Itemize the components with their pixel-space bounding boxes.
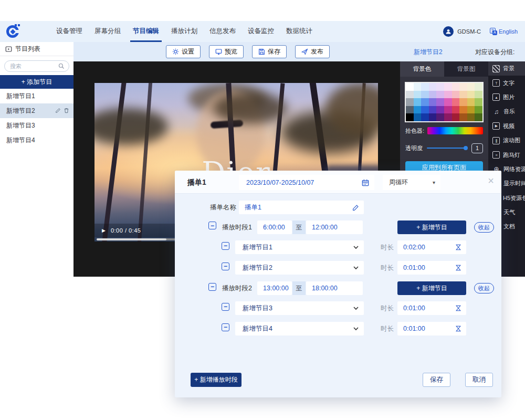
color-swatch[interactable]: [444, 98, 452, 106]
color-swatch[interactable]: [467, 83, 475, 91]
duration-input[interactable]: 0:01:00: [397, 301, 466, 315]
search-icon[interactable]: [58, 63, 65, 69]
sidebar-item-program-2[interactable]: 新增节目2: [0, 103, 74, 118]
color-swatch[interactable]: [406, 98, 414, 106]
date-range-input[interactable]: 2023/10/07-2025/10/07: [239, 175, 374, 190]
color-swatch[interactable]: [452, 106, 460, 114]
opacity-value[interactable]: 1: [471, 143, 483, 153]
remove-segment-icon[interactable]: −: [208, 283, 216, 291]
duration-input[interactable]: 0:01:00: [397, 322, 466, 335]
color-swatch[interactable]: [436, 91, 444, 99]
edit-icon[interactable]: [352, 204, 359, 211]
nav-item-playback-plan[interactable]: 播放计划: [169, 21, 200, 42]
color-swatch[interactable]: [467, 113, 475, 121]
add-program-button[interactable]: + 添加节目: [0, 75, 74, 89]
duration-input[interactable]: 0:02:00: [397, 240, 466, 254]
program-select[interactable]: 新增节目1: [235, 240, 364, 254]
color-swatch[interactable]: [429, 106, 437, 114]
tool-text[interactable]: T文字: [488, 76, 525, 90]
color-swatch[interactable]: [467, 106, 475, 114]
color-swatch[interactable]: [421, 113, 429, 121]
remove-segment-icon[interactable]: −: [208, 222, 216, 229]
end-time-input[interactable]: 18:00:00: [306, 281, 363, 295]
color-swatch[interactable]: [429, 98, 437, 106]
collapse-button[interactable]: 收起: [474, 283, 494, 293]
preview-button[interactable]: 预览: [209, 45, 244, 58]
color-swatch[interactable]: [414, 113, 422, 121]
program-select[interactable]: 新增节目3: [235, 301, 364, 315]
edit-icon[interactable]: [55, 108, 61, 113]
color-swatch[interactable]: [414, 106, 422, 114]
color-swatch[interactable]: [421, 98, 429, 106]
color-swatch[interactable]: [452, 83, 460, 91]
end-time-input[interactable]: 12:00:00: [306, 220, 363, 234]
nav-item-program-editor[interactable]: 节目编辑: [130, 21, 162, 42]
color-swatch[interactable]: [429, 91, 437, 99]
publish-button[interactable]: 发布: [295, 45, 330, 58]
color-swatch[interactable]: [436, 98, 444, 106]
color-swatch[interactable]: [459, 91, 467, 99]
program-select[interactable]: 新增节目2: [235, 261, 364, 275]
color-swatch[interactable]: [475, 106, 482, 114]
tool-video[interactable]: ▶视频: [488, 119, 525, 133]
settings-button[interactable]: 设置: [166, 45, 201, 58]
sidebar-item-program-1[interactable]: 新增节目1: [0, 89, 74, 103]
language-switch[interactable]: English: [490, 28, 518, 35]
color-swatch[interactable]: [406, 83, 414, 91]
color-swatch[interactable]: [459, 113, 467, 121]
tool-marquee[interactable]: ≡跑马灯: [488, 148, 525, 162]
opacity-slider[interactable]: [427, 148, 467, 149]
hue-gradient-bar[interactable]: [427, 127, 483, 134]
color-swatch[interactable]: [475, 98, 482, 106]
start-time-input[interactable]: 6:00:00: [257, 220, 292, 234]
color-swatch[interactable]: [406, 91, 414, 99]
start-time-input[interactable]: 13:00:00: [257, 281, 292, 295]
color-swatch[interactable]: [459, 98, 467, 106]
tool-scrolling-image[interactable]: |||滚动图: [488, 133, 525, 148]
nav-item-device-monitor[interactable]: 设备监控: [245, 21, 277, 42]
color-swatch[interactable]: [452, 98, 460, 106]
close-icon[interactable]: ×: [488, 175, 494, 187]
tab-background-image[interactable]: 背景图: [444, 61, 488, 77]
color-swatch[interactable]: [444, 106, 452, 114]
color-swatch[interactable]: [421, 91, 429, 99]
duration-input[interactable]: 0:01:00: [397, 261, 466, 275]
color-swatch[interactable]: [436, 106, 444, 114]
add-program-to-segment-button[interactable]: + 新增节目: [397, 220, 466, 234]
color-swatch[interactable]: [406, 106, 414, 114]
add-program-to-segment-button[interactable]: + 新增节目: [397, 281, 466, 295]
color-swatch[interactable]: [459, 83, 467, 91]
remove-program-icon[interactable]: −: [222, 242, 229, 250]
color-swatch[interactable]: [475, 83, 482, 91]
collapse-button[interactable]: 收起: [474, 222, 494, 233]
nav-item-info-publish[interactable]: 信息发布: [207, 21, 238, 42]
tool-image[interactable]: ▲图片: [488, 90, 525, 104]
add-segment-button[interactable]: + 新增播放时段: [191, 373, 242, 387]
color-swatch[interactable]: [467, 91, 475, 99]
color-swatch[interactable]: [444, 113, 452, 121]
cycle-select[interactable]: 周循环 ▾: [383, 175, 440, 190]
color-swatch[interactable]: [452, 113, 460, 121]
color-swatch[interactable]: [414, 98, 422, 106]
color-swatch[interactable]: [467, 98, 475, 106]
program-select[interactable]: 新增节目4: [235, 322, 364, 335]
playlist-name-input[interactable]: 播单1: [239, 201, 364, 214]
tab-background-color[interactable]: 背景色: [400, 61, 444, 77]
opacity-slider-knob[interactable]: [464, 146, 468, 150]
color-swatch[interactable]: [452, 91, 460, 99]
color-swatch[interactable]: [436, 83, 444, 91]
color-swatch[interactable]: [475, 91, 482, 99]
remove-program-icon[interactable]: −: [222, 323, 229, 331]
color-swatch[interactable]: [475, 113, 482, 121]
color-swatch[interactable]: [459, 106, 467, 114]
tool-music[interactable]: ♫音乐: [488, 104, 525, 119]
color-swatch[interactable]: [421, 83, 429, 91]
color-swatch[interactable]: [436, 113, 444, 121]
avatar[interactable]: [443, 26, 454, 37]
color-swatch[interactable]: [444, 91, 452, 99]
cancel-dialog-button[interactable]: 取消: [465, 373, 493, 387]
sidebar-item-program-3[interactable]: 新增节目3: [0, 118, 74, 133]
nav-item-data-statistics[interactable]: 数据统计: [284, 21, 315, 42]
play-icon[interactable]: ▶: [102, 228, 106, 233]
calendar-icon[interactable]: [362, 179, 369, 186]
